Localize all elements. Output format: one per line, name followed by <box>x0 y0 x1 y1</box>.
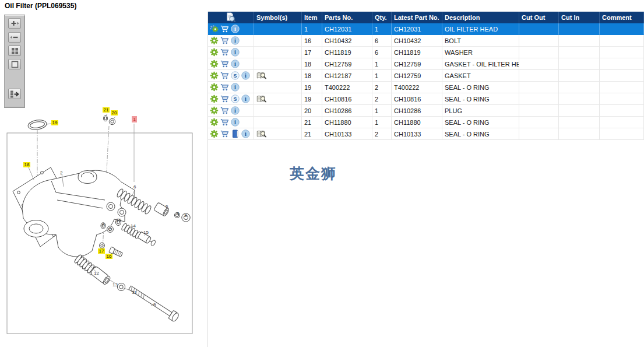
latest-part-no-cell[interactable]: CH11880 <box>392 117 442 128</box>
callout-2[interactable]: 2 <box>60 170 62 176</box>
cut-in-cell[interactable] <box>559 82 600 93</box>
gear-icon[interactable] <box>210 59 219 68</box>
callout-19[interactable]: 19 <box>51 120 58 125</box>
cut-in-cell[interactable] <box>559 58 600 70</box>
comment-cell[interactable] <box>600 23 644 35</box>
thumbnail-grid-button[interactable] <box>8 45 21 56</box>
table-row[interactable]: 1 CH12031 1 CH12031 OIL FILTER HEAD <box>208 23 644 35</box>
parts-no-cell[interactable]: CH10286 <box>322 105 372 117</box>
gear-icon[interactable] <box>210 94 219 103</box>
qty-cell[interactable]: 2 <box>372 128 392 140</box>
comment-cell[interactable] <box>600 117 644 128</box>
cart-icon[interactable] <box>220 94 229 103</box>
cut-out-cell[interactable] <box>519 105 559 117</box>
callout-6[interactable]: 6 <box>133 184 136 190</box>
cut-out-cell[interactable] <box>519 47 559 58</box>
info-icon[interactable] <box>231 48 240 57</box>
item-cell[interactable]: 19 <box>302 93 322 105</box>
cart-icon[interactable] <box>220 71 229 80</box>
callout-20[interactable]: 20 <box>111 110 118 115</box>
callout-1[interactable]: 1 <box>132 116 137 122</box>
cart-icon[interactable] <box>220 83 229 92</box>
description-cell[interactable]: OIL FILTER HEAD <box>442 23 519 35</box>
callout-18[interactable]: 18 <box>23 162 30 167</box>
cart-icon[interactable] <box>220 106 229 115</box>
header-cut-out[interactable]: Cut Out <box>519 12 559 23</box>
latest-part-no-cell[interactable]: CH12759 <box>392 70 442 82</box>
callout-15[interactable]: 15 <box>143 230 149 235</box>
info-icon[interactable] <box>231 24 240 33</box>
gear-icon[interactable] <box>210 83 219 92</box>
item-cell[interactable]: 18 <box>302 58 322 70</box>
gear-icon[interactable] <box>210 71 219 80</box>
s-badge-icon[interactable] <box>231 71 240 80</box>
table-row[interactable]: 18 CH12759 1 CH12759 GASKET - OIL FILTER… <box>208 58 644 70</box>
comment-cell[interactable] <box>600 93 644 105</box>
cart-icon[interactable] <box>220 48 229 57</box>
cart-icon[interactable] <box>220 59 229 68</box>
book-magnifier-icon[interactable] <box>256 129 266 139</box>
table-row[interactable]: 20 CH10286 1 CH10286 PLUG <box>208 105 644 117</box>
cut-out-cell[interactable] <box>519 70 559 82</box>
header-comment[interactable]: Comment <box>600 12 644 23</box>
parts-no-cell[interactable]: CH10432 <box>322 35 372 47</box>
description-cell[interactable]: SEAL - O RING <box>442 117 519 128</box>
table-row[interactable]: 21 CH10133 2 CH10133 SEAL - O RING <box>208 128 644 140</box>
gear-icon[interactable] <box>210 129 219 138</box>
description-cell[interactable]: SEAL - O RING <box>442 93 519 105</box>
callout-9[interactable]: 9 <box>153 302 156 307</box>
description-cell[interactable]: GASKET <box>442 70 519 82</box>
comment-cell[interactable] <box>600 70 644 82</box>
gear-icon[interactable] <box>210 48 219 57</box>
latest-part-no-cell[interactable]: CH10816 <box>392 93 442 105</box>
item-cell[interactable]: 16 <box>302 35 322 47</box>
info-icon[interactable] <box>241 71 250 80</box>
info-icon[interactable] <box>241 94 250 103</box>
cut-out-cell[interactable] <box>519 82 559 93</box>
info-icon[interactable] <box>241 129 250 138</box>
table-row[interactable]: 19 CH10816 2 CH10816 SEAL - O RING <box>208 93 644 105</box>
cut-in-cell[interactable] <box>559 47 600 58</box>
item-cell[interactable]: 21 <box>302 117 322 128</box>
callout-16[interactable]: 16 <box>105 254 112 259</box>
header-item[interactable]: Item <box>302 12 322 23</box>
callout-7[interactable]: 7 <box>108 227 111 232</box>
table-row[interactable]: 17 CH11819 6 CH11819 WASHER <box>208 47 644 58</box>
cut-out-cell[interactable] <box>519 128 559 140</box>
qty-cell[interactable]: 6 <box>372 47 392 58</box>
callout-11[interactable]: 11 <box>132 290 136 295</box>
cart-icon[interactable] <box>220 24 229 33</box>
cut-out-cell[interactable] <box>519 93 559 105</box>
parts-no-cell[interactable]: T400222 <box>322 82 372 93</box>
toggle-panel-button[interactable] <box>8 89 21 99</box>
description-cell[interactable]: WASHER <box>442 47 519 58</box>
item-cell[interactable]: 20 <box>302 105 322 117</box>
qty-cell[interactable]: 1 <box>372 58 392 70</box>
callout-10[interactable]: 10 <box>116 218 121 223</box>
cut-in-cell[interactable] <box>559 70 600 82</box>
cut-in-cell[interactable] <box>559 35 600 47</box>
header-actions-column[interactable] <box>208 12 254 23</box>
header-latest-part-no[interactable]: Latest Part No. <box>392 12 442 23</box>
latest-part-no-cell[interactable]: CH12031 <box>392 23 442 35</box>
table-row[interactable]: 21 CH11880 1 CH11880 SEAL - O RING <box>208 117 644 128</box>
item-cell[interactable]: 18 <box>302 70 322 82</box>
comment-cell[interactable] <box>600 128 644 140</box>
callout-12[interactable]: 12 <box>94 271 99 276</box>
header-cut-in[interactable]: Cut In <box>559 12 600 23</box>
item-cell[interactable]: 1 <box>302 23 322 35</box>
info-icon[interactable] <box>231 118 240 127</box>
cut-out-cell[interactable] <box>519 117 559 128</box>
header-qty[interactable]: Qty. <box>372 12 392 23</box>
kit-gears-icon[interactable] <box>210 24 219 33</box>
parts-no-cell[interactable]: CH11880 <box>322 117 372 128</box>
description-cell[interactable]: BOLT <box>442 35 519 47</box>
description-cell[interactable]: SEAL - O RING <box>442 128 519 140</box>
description-cell[interactable]: GASKET - OIL FILTER HEA <box>442 58 519 70</box>
callout-21[interactable]: 21 <box>103 107 110 113</box>
zoom-out-button[interactable] <box>8 32 21 43</box>
description-cell[interactable]: SEAL - O RING <box>442 82 519 93</box>
latest-part-no-cell[interactable]: CH10432 <box>392 35 442 47</box>
cut-in-cell[interactable] <box>559 93 600 105</box>
item-cell[interactable]: 21 <box>302 128 322 140</box>
